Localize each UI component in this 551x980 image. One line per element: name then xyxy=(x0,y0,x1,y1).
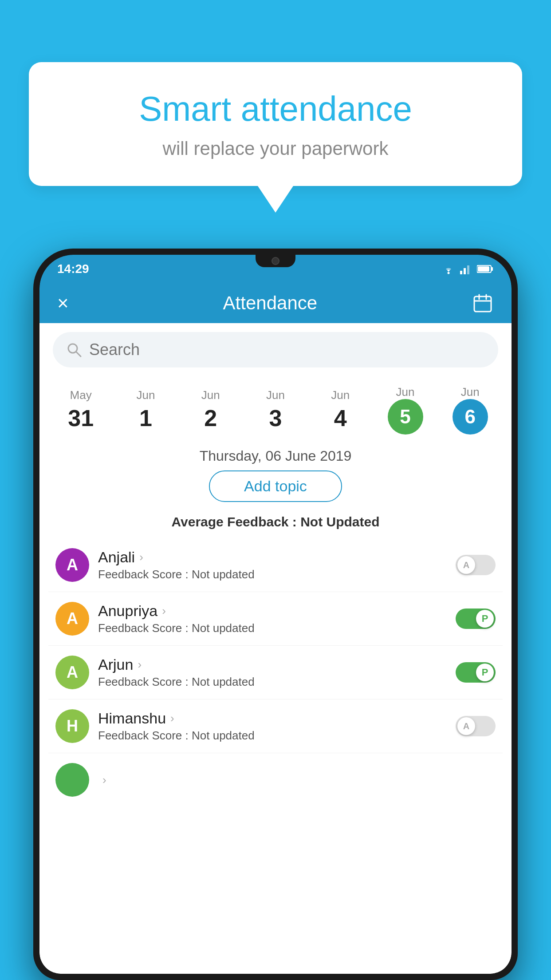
feedback-score: Not updated xyxy=(192,675,255,688)
feedback-label: Feedback Score : xyxy=(98,729,192,742)
bubble-pointer xyxy=(258,186,293,213)
student-info[interactable]: Anupriya › Feedback Score : Not updated xyxy=(98,602,447,635)
close-button[interactable]: × xyxy=(57,292,69,314)
student-row: › xyxy=(48,753,503,806)
student-list: A Anjali › Feedback Score : Not updated xyxy=(39,538,512,806)
feedback-label: Feedback Score : xyxy=(98,568,192,581)
chevron-right-icon: › xyxy=(139,550,143,564)
feedback-score: Not updated xyxy=(192,568,255,581)
student-name-label: Himanshu xyxy=(98,710,166,727)
svg-rect-7 xyxy=(474,296,491,312)
speech-bubble: Smart attendance will replace your paper… xyxy=(29,62,522,213)
student-info[interactable]: Anjali › Feedback Score : Not updated xyxy=(98,549,447,581)
avatar: H xyxy=(55,709,89,743)
cal-day-jun3[interactable]: Jun 3 xyxy=(243,384,308,436)
feedback-score: Not updated xyxy=(192,729,255,742)
feedback-score: Not updated xyxy=(192,621,255,635)
avatar: A xyxy=(55,656,89,689)
student-name-label: Anjali xyxy=(98,549,135,566)
feedback-label: Average Feedback : xyxy=(171,514,300,529)
feedback-label: Feedback Score : xyxy=(98,621,192,635)
selected-date-label: Thursday, 06 June 2019 xyxy=(39,439,512,470)
student-row: A Anupriya › Feedback Score : Not update… xyxy=(48,592,503,646)
feedback-value: Not Updated xyxy=(300,514,379,529)
bubble-subtitle: will replace your paperwork xyxy=(64,138,487,159)
attendance-toggle[interactable]: A xyxy=(456,555,496,575)
phone-frame: 14:29 xyxy=(33,249,518,980)
svg-line-12 xyxy=(76,352,81,356)
status-bar: 14:29 xyxy=(39,255,512,283)
calendar-icon xyxy=(472,293,493,313)
cal-day-jun5[interactable]: Jun 5 xyxy=(373,381,437,439)
header-title: Attendance xyxy=(223,292,318,314)
svg-rect-3 xyxy=(467,265,469,274)
student-info[interactable]: Himanshu › Feedback Score : Not updated xyxy=(98,710,447,743)
student-row: A Anjali › Feedback Score : Not updated xyxy=(48,538,503,592)
attendance-toggle[interactable]: P xyxy=(456,662,496,683)
feedback-label: Feedback Score : xyxy=(98,675,192,688)
cal-day-jun2[interactable]: Jun 2 xyxy=(178,384,243,436)
add-topic-button[interactable]: Add topic xyxy=(209,470,342,502)
cal-day-may31[interactable]: May 31 xyxy=(48,384,113,436)
attendance-toggle[interactable]: P xyxy=(456,609,496,629)
chevron-right-icon: › xyxy=(138,658,142,672)
student-info[interactable]: › xyxy=(98,773,496,787)
chevron-right-icon: › xyxy=(102,773,106,787)
cal-day-jun1[interactable]: Jun 1 xyxy=(113,384,178,436)
cal-day-jun6[interactable]: Jun 6 xyxy=(438,381,503,439)
attendance-toggle[interactable]: A xyxy=(456,716,496,736)
status-time: 14:29 xyxy=(57,262,89,276)
svg-point-0 xyxy=(448,272,450,274)
calendar-strip: May 31 Jun 1 Jun 2 Jun xyxy=(39,376,512,439)
feedback-summary: Average Feedback : Not Updated xyxy=(39,511,512,538)
battery-icon xyxy=(477,265,494,273)
svg-rect-6 xyxy=(478,266,489,272)
svg-rect-5 xyxy=(491,267,493,271)
svg-rect-2 xyxy=(464,268,466,274)
chevron-right-icon: › xyxy=(162,604,166,618)
chevron-right-icon: › xyxy=(170,711,174,725)
student-info[interactable]: Arjun › Feedback Score : Not updated xyxy=(98,656,447,689)
status-icons xyxy=(441,264,494,274)
bubble-title: Smart attendance xyxy=(64,89,487,129)
app-header: × Attendance xyxy=(39,283,512,323)
screen-content: May 31 Jun 1 Jun 2 Jun xyxy=(39,323,512,974)
student-row: A Arjun › Feedback Score : Not updated xyxy=(48,646,503,699)
student-name-label: Anupriya xyxy=(98,602,157,620)
calendar-button[interactable] xyxy=(472,292,494,314)
avatar xyxy=(55,763,89,797)
search-bar[interactable] xyxy=(53,332,498,368)
avatar: A xyxy=(55,548,89,582)
cal-day-jun4[interactable]: Jun 4 xyxy=(308,384,373,436)
svg-rect-1 xyxy=(460,271,462,274)
search-input[interactable] xyxy=(89,340,485,359)
avatar: A xyxy=(55,602,89,636)
search-icon xyxy=(66,342,82,358)
signal-icon xyxy=(460,264,472,274)
student-name-label: Arjun xyxy=(98,656,133,673)
student-row: H Himanshu › Feedback Score : Not update… xyxy=(48,699,503,753)
wifi-icon xyxy=(441,264,456,274)
